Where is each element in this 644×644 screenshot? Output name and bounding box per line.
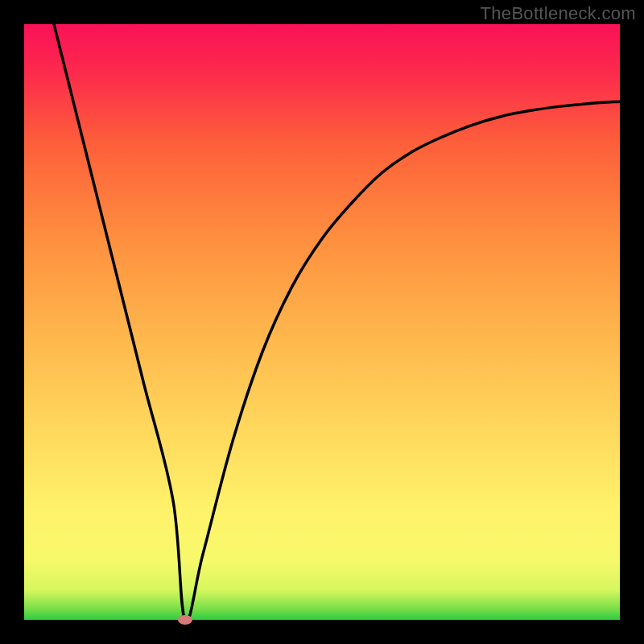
chart-frame: TheBottleneck.com — [0, 0, 644, 644]
bottleneck-curve — [24, 24, 620, 620]
optimal-point-marker — [178, 615, 192, 625]
curve-line — [54, 24, 620, 621]
plot-area — [24, 24, 620, 620]
watermark-text: TheBottleneck.com — [481, 3, 636, 24]
